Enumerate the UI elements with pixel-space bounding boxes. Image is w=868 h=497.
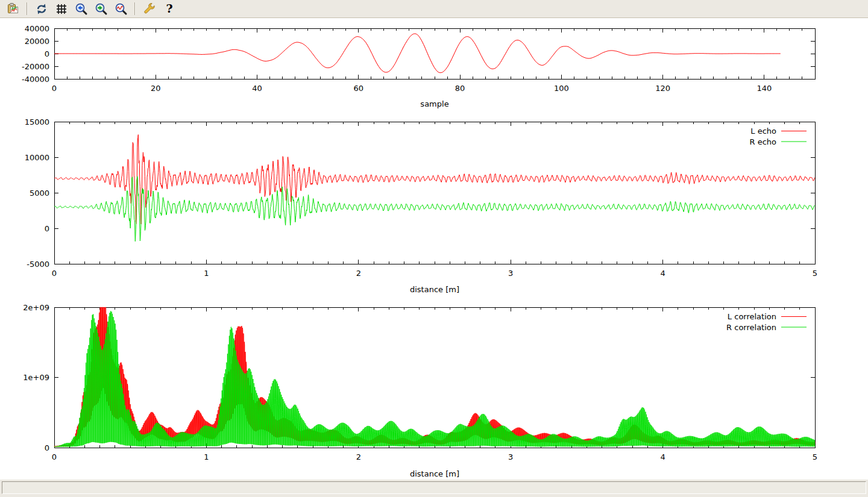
- grid-button[interactable]: [52, 1, 70, 17]
- toolbar-separator: [27, 2, 28, 15]
- x-tick-label: 120: [655, 84, 670, 93]
- help-button[interactable]: ?: [160, 1, 178, 17]
- plot-border: [54, 307, 815, 448]
- autoscale-icon: [115, 2, 128, 16]
- y-tick-label: 40000: [25, 24, 49, 33]
- x-axis-title: distance [m]: [410, 285, 459, 294]
- x-axis-title: sample: [420, 99, 448, 108]
- legend: L echoR echo: [749, 127, 807, 146]
- y-tick-label: 15000: [25, 117, 49, 127]
- y-tick-label: -5000: [27, 260, 49, 269]
- copy-to-clipboard-button[interactable]: [4, 1, 22, 17]
- y-tick-label: -40000: [22, 75, 49, 84]
- svg-text:?: ?: [166, 2, 172, 15]
- x-tick-label: 4: [660, 269, 665, 278]
- y-tick-label: 20000: [25, 37, 49, 46]
- y-tick-label: 0: [45, 224, 49, 233]
- x-tick-label: 140: [756, 84, 772, 93]
- y-tick-label: 2e+09: [23, 303, 49, 312]
- replot-icon: [35, 2, 48, 16]
- x-tick-label: 4: [660, 452, 665, 461]
- x-tick-label: 1: [204, 269, 209, 278]
- help-icon: ?: [163, 2, 176, 16]
- series-line-l-echo: [54, 135, 815, 225]
- replot-button[interactable]: [33, 1, 50, 17]
- x-tick-label: 3: [508, 269, 513, 278]
- y-tick-label: 10000: [25, 153, 49, 162]
- x-tick-label: 3: [508, 452, 513, 461]
- toolbar: ?: [0, 0, 868, 18]
- status-text-field: [2, 481, 866, 494]
- x-tick-label: 60: [354, 84, 364, 93]
- legend-label: R echo: [749, 137, 776, 146]
- series-line-r-correlation: [54, 311, 815, 447]
- zoom-next-icon: [95, 2, 108, 16]
- x-tick-label: 100: [554, 84, 569, 93]
- series-line-1: [54, 34, 781, 73]
- legend-label: L echo: [750, 127, 776, 136]
- x-tick-label: 80: [455, 84, 465, 93]
- zoom-previous-button[interactable]: [72, 1, 90, 17]
- x-tick-label: 2: [356, 269, 361, 278]
- plot-border: [54, 122, 815, 264]
- toolbar-separator: [134, 2, 136, 15]
- zoom-previous-icon: [75, 2, 88, 16]
- x-tick-label: 0: [52, 84, 57, 93]
- y-tick-label: 0: [45, 443, 49, 452]
- configure-icon: [143, 2, 156, 16]
- x-tick-label: 5: [813, 269, 817, 278]
- configure-button[interactable]: [140, 1, 158, 17]
- axes: [54, 307, 815, 448]
- gnuplot-window: ? 020406080100120140-40000-2000002000040…: [0, 0, 868, 497]
- copy-to-clipboard-icon: [7, 2, 20, 16]
- status-bar: [0, 480, 868, 497]
- grid-icon: [55, 2, 68, 16]
- plots-svg[interactable]: 020406080100120140-40000-200000200004000…: [0, 19, 868, 480]
- x-tick-label: 0: [52, 452, 57, 461]
- x-tick-label: 40: [252, 84, 262, 93]
- axes: [54, 122, 815, 264]
- x-tick-label: 1: [204, 452, 209, 461]
- legend-label: L correlation: [728, 312, 776, 321]
- plot-canvas[interactable]: 020406080100120140-40000-200000200004000…: [0, 19, 868, 480]
- chart-2: 012345-5000050001000015000distance [m]L …: [25, 117, 818, 295]
- legend: L correlationR correlation: [726, 312, 807, 332]
- x-axis-title: distance [m]: [410, 469, 459, 478]
- y-tick-label: 5000: [30, 189, 49, 198]
- x-tick-label: 20: [151, 84, 161, 93]
- zoom-next-button[interactable]: [92, 1, 110, 17]
- autoscale-button[interactable]: [112, 1, 130, 17]
- y-tick-label: -20000: [22, 62, 49, 71]
- y-tick-label: 1e+09: [23, 373, 49, 382]
- y-tick-label: 0: [45, 49, 49, 58]
- x-tick-label: 2: [356, 452, 361, 461]
- chart-1: 020406080100120140-40000-200000200004000…: [22, 24, 815, 109]
- x-tick-label: 5: [813, 452, 817, 461]
- legend-label: R correlation: [726, 323, 776, 332]
- series-line-r-echo: [54, 177, 815, 242]
- x-tick-label: 0: [52, 269, 57, 278]
- chart-3: 01234501e+092e+09distance [m]L correlati…: [23, 303, 817, 479]
- series-line-l-correlation: [54, 307, 815, 446]
